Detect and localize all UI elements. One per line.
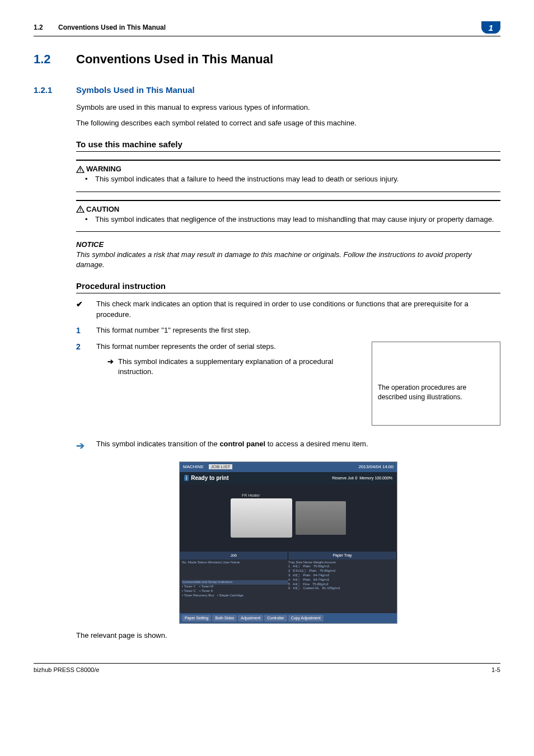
header-section-number: 1.2: [34, 24, 43, 31]
transition-bold: control panel: [219, 440, 265, 448]
panel-tab-machine: MACHINE: [183, 464, 204, 469]
section-heading: 1.2Conventions Used in This Manual: [34, 51, 500, 68]
chapter-badge: 1: [481, 21, 500, 34]
panel-top-bar: MACHINE JOB LIST 2013/04/04 14:00: [180, 462, 397, 472]
warning-head: ! WARNING: [76, 164, 500, 174]
arrow-right-icon: ➔: [107, 357, 114, 377]
caution-item: This symbol indicates that negligence of…: [95, 214, 500, 225]
check-text: This check mark indicates an option that…: [96, 299, 500, 319]
panel-papertray: Paper Tray: [288, 552, 397, 559]
notice-label: NOTICE: [76, 240, 500, 250]
tray-graphic: [296, 501, 346, 535]
consumables-bar: Consumable and Scrap Indicators: [182, 580, 288, 585]
section-heading-number: 1.2: [34, 51, 76, 68]
check-step: ✔ This check mark indicates an option th…: [76, 299, 500, 319]
panel-bot5: Copy Adjustment: [288, 615, 324, 622]
step2-substep: ➔ This symbol indicates a supplementary …: [96, 357, 365, 377]
subsection-number: 1.2.1: [34, 84, 76, 96]
panel-status-text: Ready to print: [191, 475, 228, 481]
header-left: 1.2 Conventions Used in This Manual: [34, 23, 166, 32]
notice-text: This symbol indicates a risk that may re…: [76, 250, 500, 270]
paragraph: Symbols are used in this manual to expre…: [76, 102, 500, 113]
panel-tab-joblist: JOB LIST: [209, 464, 233, 469]
panel-main: FR Heater: [180, 484, 397, 552]
step-list: ✔ This check mark indicates an option th…: [76, 299, 500, 426]
panel-status-row: iReady to print Reserve Job 0 Memory 100…: [180, 472, 397, 484]
panel-bot3: Adjustment: [238, 615, 263, 622]
transition-text: This symbol indicates transition of the …: [96, 439, 500, 449]
step-number: 2: [76, 342, 96, 426]
check-mark-icon: ✔: [76, 299, 96, 319]
warning-triangle-icon: !: [76, 166, 85, 173]
warning-label: WARNING: [86, 164, 121, 174]
panel-bot2: Both Sides: [212, 615, 237, 622]
footer-product: bizhub PRESS C8000/e: [34, 666, 99, 674]
warning-list: This symbol indicates that a failure to …: [76, 174, 500, 184]
step-text: This format number "1" represents the fi…: [96, 325, 500, 337]
step2-body: This format number represents the order …: [96, 342, 500, 426]
panel-reserve-val: 0: [355, 476, 357, 480]
panel-jobtab: Job: [180, 552, 288, 559]
subsection-body: Symbols are used in this manual to expre…: [76, 102, 500, 641]
panel-reserve-label: Reserve Job: [332, 476, 354, 480]
control-panel-screenshot: MACHINE JOB LIST 2013/04/04 14:00 iReady…: [179, 461, 397, 624]
section-heading-text: Conventions Used in This Manual: [76, 52, 273, 66]
transition-row: ➔ This symbol indicates transition of th…: [76, 439, 500, 453]
info-icon: i: [184, 475, 189, 481]
paragraph: The following describes each symbol rela…: [76, 118, 500, 128]
caution-triangle-icon: !: [76, 206, 85, 213]
tray-headers: Tray Size Name Weight Amount: [288, 561, 395, 565]
header-section-title: Conventions Used in This Manual: [58, 24, 166, 31]
step-2: 2 This format number represents the orde…: [76, 342, 500, 426]
subsection-text: Symbols Used in This Manual: [76, 85, 195, 95]
printer-graphic: FR Heater: [231, 498, 292, 538]
subsection-heading: 1.2.1Symbols Used in This Manual: [34, 84, 500, 96]
warning-item: This symbol indicates that a failure to …: [95, 174, 500, 184]
arrow-right-large-icon: ➔: [76, 439, 96, 453]
panel-table: No. Mode Status Minute(s) User Name Cons…: [180, 559, 397, 599]
caution-head: ! CAUTION: [76, 204, 500, 214]
caution-block: ! CAUTION This symbol indicates that neg…: [76, 200, 500, 232]
footer-page: 1-5: [491, 666, 500, 674]
job-headers: No. Mode Status Minute(s) User Name: [182, 561, 288, 565]
step2-text: This format number represents the order …: [96, 342, 365, 352]
panel-tab-row: Job Paper Tray: [180, 552, 397, 559]
panel-datetime: 2013/04/04 14:00: [359, 464, 394, 470]
safely-heading: To use this machine safely: [76, 138, 500, 152]
transition-prefix: This symbol indicates transition of the: [96, 440, 219, 448]
warning-block: ! WARNING This symbol indicates that a f…: [76, 160, 500, 192]
caution-label: CAUTION: [86, 204, 119, 214]
svg-text:!: !: [79, 207, 81, 212]
illustration-caption: The operation procedures are described u…: [378, 383, 494, 402]
caution-list: This symbol indicates that negligence of…: [76, 214, 500, 225]
step2-subtext: This symbol indicates a supplementary ex…: [118, 357, 365, 377]
relevant-text: The relevant page is shown.: [76, 631, 500, 641]
illustration-box: The operation procedures are described u…: [372, 342, 500, 426]
panel-bottom-bar: Paper Setting Both Sides Adjustment Cont…: [180, 613, 397, 623]
panel-bot1: Paper Setting: [182, 615, 211, 622]
step-1: 1 This format number "1" represents the …: [76, 325, 500, 337]
page-footer: bizhub PRESS C8000/e 1-5: [34, 663, 500, 674]
panel-bot4: Controller: [264, 615, 287, 622]
page-header: 1.2 Conventions Used in This Manual 1: [34, 21, 500, 36]
svg-text:!: !: [79, 167, 81, 172]
transition-suffix: to access a desired menu item.: [265, 440, 368, 448]
heater-label: FR Heater: [242, 493, 260, 498]
step-number: 1: [76, 325, 96, 337]
panel-memory-val: 100.000%: [374, 476, 392, 480]
step2-left: This format number represents the order …: [96, 342, 365, 426]
procedural-heading: Procedural instruction: [76, 280, 500, 293]
panel-memory-label: Memory: [359, 476, 373, 480]
